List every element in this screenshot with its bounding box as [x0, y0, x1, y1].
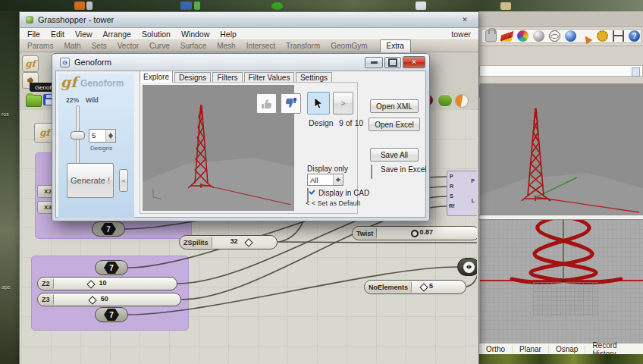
tab-math[interactable]: Math: [64, 42, 80, 50]
preview-sphere-icon[interactable]: [455, 94, 469, 108]
viewport-perspective[interactable]: [480, 83, 643, 215]
layers-icon[interactable]: [500, 30, 513, 42]
desktop-icon[interactable]: [180, 2, 192, 10]
desktop-icon[interactable]: [500, 2, 511, 10]
menu-help[interactable]: Help: [220, 30, 237, 39]
dialog-tab-filters[interactable]: Filters: [212, 72, 243, 83]
viewport-divider[interactable]: [479, 215, 643, 220]
dimension-icon[interactable]: [613, 30, 624, 42]
status-planar[interactable]: Planar: [513, 345, 549, 353]
maximize-button[interactable]: [384, 57, 401, 68]
pick-design-button[interactable]: [307, 92, 330, 115]
slider-noelements[interactable]: NoElements 5: [364, 280, 466, 294]
desktop-icon[interactable]: [271, 2, 283, 10]
slider-grip[interactable]: [86, 280, 95, 288]
tab-transform[interactable]: Transform: [286, 42, 320, 50]
io-component[interactable]: P R S Rf P L: [447, 171, 477, 216]
open-file-icon[interactable]: [26, 95, 42, 107]
swap-component[interactable]: [457, 258, 477, 276]
bake-icon[interactable]: [438, 94, 453, 107]
tab-vector[interactable]: Vector: [118, 42, 139, 50]
hex-component[interactable]: 7: [92, 221, 125, 237]
slider-grip[interactable]: [244, 238, 252, 246]
display-only-select[interactable]: All: [307, 174, 343, 186]
desktop-icon[interactable]: [416, 2, 426, 10]
menu-window[interactable]: Window: [181, 30, 209, 39]
slider-z2[interactable]: Z2 10: [37, 277, 177, 290]
io-input-rf[interactable]: Rf: [449, 203, 454, 209]
minimize-button[interactable]: [365, 57, 383, 68]
dialog-tab-designs[interactable]: Designs: [174, 72, 211, 83]
spin-down-icon[interactable]: [336, 179, 340, 184]
shaded-sphere-icon[interactable]: [565, 30, 576, 42]
set-as-default-link[interactable]: < < Set as Default: [306, 199, 360, 207]
next-design-button[interactable]: >: [333, 92, 353, 115]
spin-down-icon[interactable]: [108, 136, 113, 141]
command-widget[interactable]: [632, 67, 640, 77]
wild-percent: 22%: [66, 96, 79, 104]
tab-geomgym[interactable]: GeomGym: [331, 42, 367, 50]
tab-extra[interactable]: Extra: [380, 39, 411, 52]
io-input-p[interactable]: P: [450, 174, 453, 179]
open-xml-button[interactable]: Open XML: [370, 99, 419, 113]
menu-arrange[interactable]: Arrange: [103, 30, 131, 39]
menu-solution[interactable]: Solution: [142, 30, 171, 39]
slider-z3[interactable]: Z3 50: [37, 293, 181, 306]
designs-spinner[interactable]: 5: [89, 129, 116, 143]
wildness-slider-thumb[interactable]: [71, 131, 85, 140]
grasshopper-titlebar[interactable]: Grasshopper - tower ✕: [20, 12, 478, 28]
collapse-panel-button[interactable]: <: [119, 169, 128, 192]
hex-component[interactable]: 7: [95, 307, 128, 322]
slider-grip[interactable]: [88, 296, 96, 304]
status-osnap[interactable]: Osnap: [549, 345, 585, 353]
slider-grip[interactable]: [420, 283, 428, 291]
open-excel-button[interactable]: Open Excel: [369, 118, 420, 131]
menu-file[interactable]: File: [27, 30, 40, 39]
wireframe-sphere-icon[interactable]: [549, 30, 560, 42]
desktop-icon[interactable]: [86, 2, 93, 10]
lock-icon[interactable]: [485, 30, 497, 42]
save-all-button[interactable]: Save All: [370, 148, 419, 162]
color-wheel-icon[interactable]: [517, 30, 529, 42]
dialog-tab-settings[interactable]: Settings: [296, 72, 332, 83]
io-input-r[interactable]: R: [450, 184, 453, 189]
dialog-close-button[interactable]: ✕: [403, 56, 425, 68]
status-ortho[interactable]: Ortho: [479, 345, 513, 353]
generate-button[interactable]: Generate !: [67, 163, 114, 198]
close-button[interactable]: ✕: [459, 14, 471, 25]
grasshopper-tabstrip: Params Math Sets Vector Curve Surface Me…: [20, 40, 478, 52]
document-name: tower: [451, 30, 471, 39]
slider-zsplits[interactable]: ZSpilits 32: [179, 235, 278, 249]
tab-sets[interactable]: Sets: [92, 42, 107, 50]
hex-component[interactable]: 7: [95, 260, 128, 275]
io-output-l[interactable]: L: [472, 198, 475, 203]
desktop-icon[interactable]: [194, 2, 200, 10]
genoform-component-button[interactable]: gf: [22, 55, 39, 72]
gear-icon[interactable]: [597, 30, 608, 42]
dialog-tab-explore[interactable]: Explore: [140, 71, 173, 83]
cone-icon[interactable]: [581, 30, 592, 42]
thumbs-up-button[interactable]: [256, 93, 277, 114]
menu-edit[interactable]: Edit: [51, 30, 64, 39]
io-output-p[interactable]: P: [471, 178, 475, 184]
viewport-front[interactable]: [480, 220, 643, 343]
tab-surface[interactable]: Surface: [180, 42, 206, 50]
thumbs-down-button[interactable]: [281, 93, 301, 114]
rhino-command-row[interactable]: [479, 65, 643, 77]
tab-mesh[interactable]: Mesh: [217, 42, 235, 50]
help-icon[interactable]: ?: [629, 30, 640, 42]
slider-grip[interactable]: [411, 230, 419, 237]
dialog-tab-filter-values[interactable]: Filter Values: [244, 72, 294, 83]
menu-view[interactable]: View: [75, 30, 93, 39]
save-in-excel-label: Save in Excel: [381, 165, 427, 174]
tab-params[interactable]: Params: [27, 42, 53, 50]
rhino-panel: ?: [478, 11, 643, 364]
save-in-excel-checkbox[interactable]: [371, 165, 372, 179]
desktop-icon[interactable]: [74, 2, 85, 10]
tab-intersect[interactable]: Intersect: [246, 42, 275, 50]
slider-twist[interactable]: Twist 0.87: [352, 226, 477, 240]
tab-curve[interactable]: Curve: [149, 42, 170, 50]
sphere-icon[interactable]: [533, 30, 544, 42]
design-counter-value: 9 of 10: [339, 118, 363, 127]
io-input-s[interactable]: S: [450, 193, 453, 199]
